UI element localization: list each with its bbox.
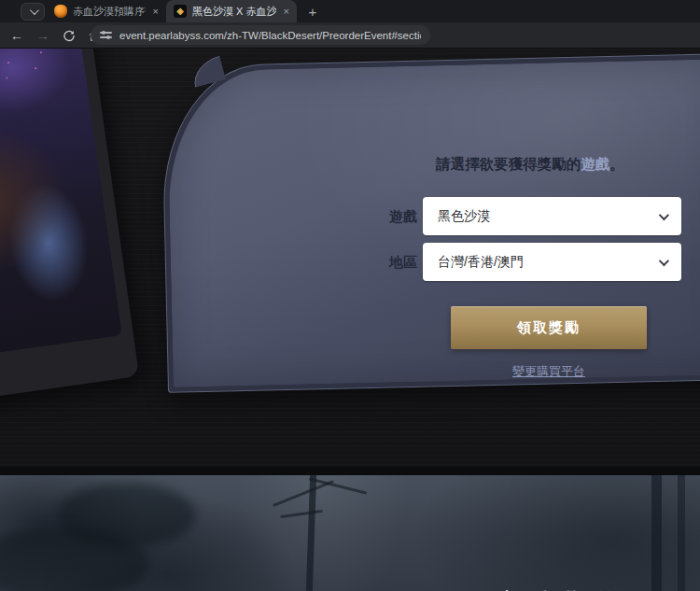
- instruction-prefix: 請選擇欲要獲得獎勵的: [436, 156, 581, 172]
- close-icon[interactable]: ×: [151, 6, 161, 17]
- panel-corner-flourish: [189, 56, 226, 88]
- tab-title: 赤血沙漠預購序號-8591寶物交: [73, 5, 146, 19]
- forward-icon[interactable]: →: [35, 28, 50, 43]
- tab-strip: 赤血沙漠預購序號-8591寶物交 × ◆ 黑色沙漠 X 赤血沙漠聯名促銷 × +: [0, 0, 700, 22]
- tree-silhouette: [651, 475, 662, 591]
- game-select-value: 黑色沙漠: [438, 208, 659, 225]
- close-icon[interactable]: ×: [282, 6, 291, 17]
- region-select[interactable]: 台灣/香港/澳門: [423, 243, 681, 281]
- key-art-card: BYSS: [0, 49, 139, 404]
- chevron-down-icon: [659, 209, 669, 219]
- instruction-game-link[interactable]: 遊戲: [581, 156, 609, 172]
- section-divider: [0, 467, 700, 475]
- browser-toolbar: ← → event.pearlabyss.com/zh-TW/BlackDese…: [0, 22, 700, 49]
- tree-silhouette: [678, 475, 685, 591]
- key-art-image: [0, 49, 122, 361]
- tab-black-desert-event[interactable]: ◆ 黑色沙漠 X 赤血沙漠聯名促銷 ×: [166, 0, 297, 22]
- instruction-text: 請選擇欲要獲得獎勵的遊戲。: [381, 153, 679, 176]
- chevron-down-icon: [659, 255, 669, 265]
- tab-8591-preorder[interactable]: 赤血沙漠預購序號-8591寶物交 ×: [47, 0, 166, 22]
- claim-reward-button[interactable]: 領取獎勵: [451, 306, 647, 349]
- game-select[interactable]: 黑色沙漠: [423, 197, 681, 235]
- limited-items-section: 限定特典道具: [0, 475, 700, 591]
- region-select-value: 台灣/香港/澳門: [438, 254, 659, 271]
- site-info-icon[interactable]: [100, 29, 112, 41]
- section-title: 限定特典道具: [462, 585, 652, 591]
- instruction-suffix: 。: [609, 156, 624, 172]
- black-desert-logo-icon: ◆: [174, 5, 187, 18]
- tree-branch: [280, 510, 323, 518]
- change-platform-link[interactable]: 變更購買平台: [409, 363, 689, 380]
- page-content: BYSS 請選擇欲要獲得獎勵的遊戲。 遊戲 黑色沙漠 地區 台灣/香港/澳門 領…: [0, 49, 700, 591]
- back-icon[interactable]: ←: [9, 28, 24, 43]
- new-tab-button[interactable]: +: [304, 3, 321, 20]
- tab-title: 黑色沙漠 X 赤血沙漠聯名促銷: [192, 5, 276, 19]
- address-bar[interactable]: event.pearlabyss.com/zh-TW/BlackDesert/P…: [91, 25, 430, 45]
- url-text: event.pearlabyss.com/zh-TW/BlackDesert/P…: [119, 30, 421, 41]
- tab-search-button[interactable]: [21, 3, 45, 21]
- chevron-down-icon: [29, 6, 38, 15]
- browser-window: 赤血沙漠預購序號-8591寶物交 × ◆ 黑色沙漠 X 赤血沙漠聯名促銷 × +…: [0, 0, 700, 591]
- money-bag-icon: [54, 5, 67, 18]
- reload-icon[interactable]: [62, 28, 77, 43]
